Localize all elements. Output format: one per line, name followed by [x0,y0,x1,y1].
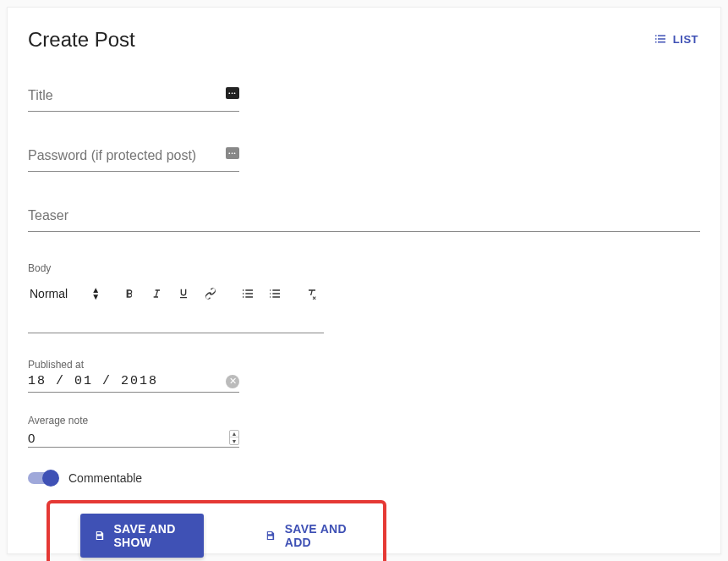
number-stepper[interactable]: ▲ ▼ [229,430,239,445]
clear-format-button[interactable] [304,286,320,301]
published-section: Published at 18 / 01 / 2018 ✕ [28,359,239,393]
header-row: Create Post LIST [28,28,700,52]
average-value: 0 [28,431,35,445]
italic-button[interactable] [149,286,164,301]
password-input[interactable] [28,151,239,171]
step-down-icon[interactable]: ▼ [230,437,238,444]
lastpass-icon[interactable]: ••• [226,87,239,99]
password-field[interactable]: Password (if protected post) ••• [28,151,239,172]
rich-text-toolbar: Normal ▲▼ [28,283,700,308]
page-title: Create Post [28,28,135,52]
body-section: Body Normal ▲▼ [28,262,700,333]
underline-button[interactable] [176,286,191,301]
published-date-value: 18 / 01 / 2018 [28,374,158,388]
save-and-show-label: SAVE AND SHOW [113,522,190,549]
average-section: Average note 0 ▲ ▼ [28,415,239,448]
teaser-field[interactable]: Teaser [28,211,700,232]
list-button[interactable]: LIST [651,28,700,50]
unordered-list-button[interactable] [267,286,282,301]
save-and-show-button[interactable]: SAVE AND SHOW [80,514,204,558]
create-post-card: Create Post LIST Title ••• Password (if … [7,7,721,554]
format-select[interactable]: Normal ▲▼ [30,287,100,300]
published-date-field[interactable]: 18 / 01 / 2018 ✕ [28,374,239,393]
ordered-list-button[interactable] [240,286,255,301]
commentable-toggle[interactable] [28,472,57,484]
body-editor[interactable] [28,315,324,333]
average-field[interactable]: 0 ▲ ▼ [28,430,239,448]
toggle-thumb [42,470,59,487]
format-select-value: Normal [30,287,68,300]
save-and-add-button[interactable]: SAVE AND ADD [251,514,366,558]
save-and-add-label: SAVE AND ADD [285,522,353,549]
clear-date-icon[interactable]: ✕ [226,375,239,388]
commentable-label: Commentable [68,471,142,485]
bold-button[interactable] [122,286,137,301]
step-up-icon[interactable]: ▲ [230,431,238,437]
published-label: Published at [28,359,239,371]
action-button-row: SAVE AND SHOW SAVE AND ADD [47,500,386,561]
link-button[interactable] [203,286,218,301]
commentable-row: Commentable [28,471,700,485]
title-input[interactable] [28,91,239,111]
save-icon [265,528,276,543]
body-label: Body [28,262,700,274]
list-button-label: LIST [673,33,698,46]
average-label: Average note [28,415,239,426]
lastpass-icon[interactable]: ••• [226,147,239,159]
select-caret-icon: ▲▼ [91,287,100,300]
list-icon [653,31,668,47]
teaser-input[interactable] [28,211,700,231]
save-icon [94,528,105,543]
title-field[interactable]: Title ••• [28,91,239,112]
